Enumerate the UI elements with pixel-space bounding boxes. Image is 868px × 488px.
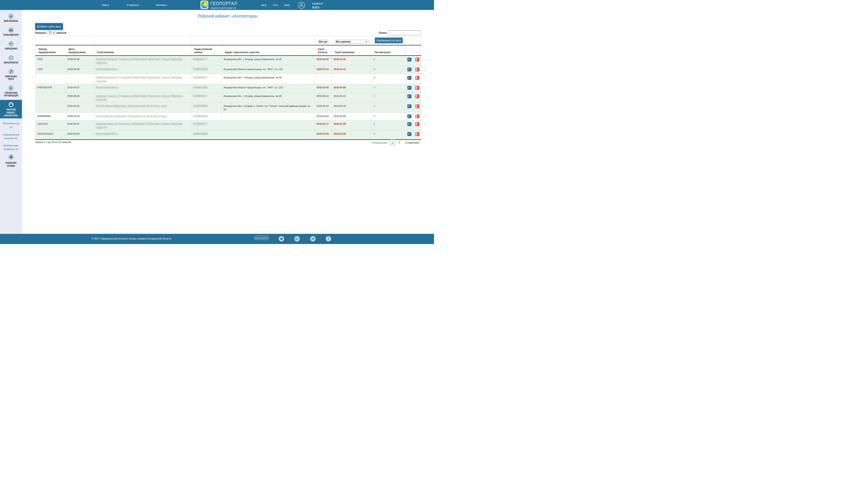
svg-text:Атырау: Атырау [202,7,207,8]
